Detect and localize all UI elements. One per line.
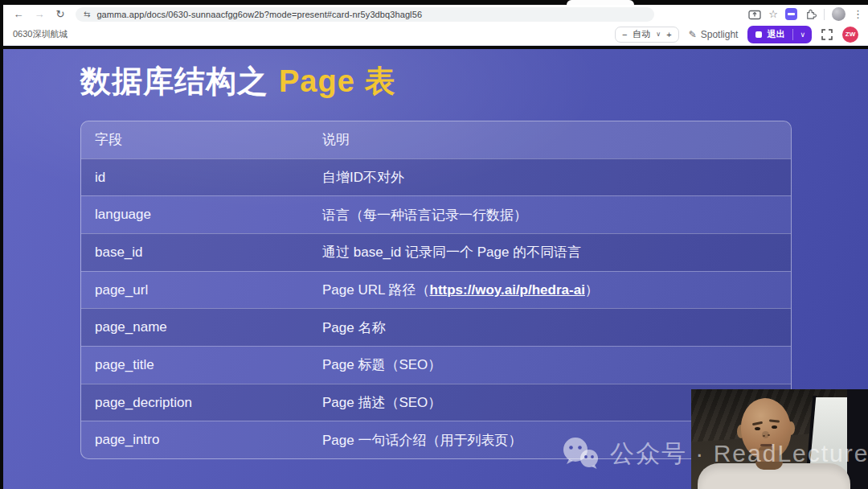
- browser-profile-avatar[interactable]: [832, 7, 845, 21]
- divider: [824, 9, 825, 20]
- browser-toolbar: ← → ↻ ⇆ gamma.app/docs/0630-sunnaacfgg6o…: [3, 5, 868, 23]
- extensions-puzzle-icon[interactable]: [805, 8, 817, 20]
- gamma-toolbar: 0630深圳航城 − 自动 ∨ + ✎ Spotlight 退出 ∨: [3, 23, 868, 46]
- field-cell: page_name: [81, 319, 322, 335]
- spotlight-button[interactable]: ✎ Spotlight: [689, 29, 739, 40]
- slide-title-highlight: Page 表: [279, 64, 395, 98]
- spotlight-pen-icon: ✎: [689, 29, 697, 40]
- site-settings-icon[interactable]: ⇆: [84, 10, 90, 18]
- table-row: page_decription Page 描述（SEO）: [81, 384, 791, 421]
- webcam-person: [772, 425, 777, 429]
- webcam-background: [847, 389, 868, 489]
- table-row: page_url Page URL 路径（https://woy.ai/p/he…: [81, 271, 791, 309]
- fields-table: 字段 说明 id 自增ID不对外 language 语言（每一种语言记录一行数据…: [80, 121, 792, 459]
- table-header-row: 字段 说明: [81, 121, 791, 158]
- slide-title-prefix: 数据库结构之: [80, 64, 268, 98]
- field-cell: id: [81, 170, 322, 186]
- table-row: page_intro Page 一句话介绍（用于列表页）: [81, 421, 791, 458]
- webcam-person: [755, 462, 783, 470]
- table-row: language 语言（每一种语言记录一行数据）: [81, 195, 791, 233]
- back-icon[interactable]: ←: [10, 8, 27, 20]
- table-row: page_name Page 名称: [81, 308, 791, 346]
- spotlight-label: Spotlight: [701, 29, 739, 40]
- desc-cell: 通过 base_id 记录同一个 Page 的不同语言: [322, 243, 791, 261]
- url-text: gamma.app/docs/0630-sunnaacfgg6ow2b?mode…: [96, 10, 422, 19]
- address-bar[interactable]: ⇆ gamma.app/docs/0630-sunnaacfgg6ow2b?mo…: [76, 7, 654, 22]
- stop-square-icon: [755, 31, 762, 38]
- slide-title: 数据库结构之Page 表: [80, 61, 395, 102]
- field-cell: base_id: [81, 244, 322, 261]
- purple-extension-icon[interactable]: [785, 8, 797, 20]
- zoom-in-button[interactable]: +: [666, 30, 671, 39]
- desc-text: Page URL 路径（: [322, 282, 430, 298]
- webcam-person: [768, 434, 770, 436]
- field-cell: language: [81, 207, 322, 223]
- desc-cell: 自增ID不对外: [322, 168, 791, 187]
- webcam-person: [763, 435, 765, 437]
- exit-chevron-icon[interactable]: ∨: [793, 31, 812, 39]
- zoom-level-label[interactable]: 自动: [633, 28, 650, 40]
- desc-cell: Page 名称: [322, 318, 791, 337]
- presentation-slide: 数据库结构之Page 表 字段 说明 id 自增ID不对外 language 语…: [3, 49, 868, 489]
- bookmark-star-icon[interactable]: ☆: [768, 9, 778, 19]
- user-avatar[interactable]: ZW: [842, 27, 858, 43]
- fullscreen-icon[interactable]: [821, 29, 833, 40]
- zoom-out-button[interactable]: −: [622, 30, 627, 39]
- field-cell: page_url: [81, 282, 322, 298]
- field-cell: page_intro: [81, 432, 322, 448]
- exit-present-button[interactable]: 退出 ∨: [747, 26, 812, 43]
- doc-title: 0630深圳航城: [13, 28, 68, 40]
- forward-icon[interactable]: →: [31, 8, 47, 20]
- desc-cell: Page URL 路径（https://woy.ai/p/hedra-ai）: [322, 281, 791, 299]
- webcam-overlay: [691, 389, 868, 489]
- zoom-chevron-icon[interactable]: ∨: [656, 31, 661, 38]
- webcam-person: [755, 427, 760, 430]
- desc-cell: 语言（每一种语言记录一行数据）: [322, 206, 791, 224]
- zoom-control: − 自动 ∨ +: [615, 27, 679, 43]
- share-screen-icon[interactable]: [748, 9, 761, 20]
- screen: ← → ↻ ⇆ gamma.app/docs/0630-sunnaacfgg6o…: [0, 0, 868, 489]
- page-url-link[interactable]: https://woy.ai/p/hedra-ai: [430, 282, 585, 298]
- desc-text: ）: [585, 282, 599, 298]
- header-field: 字段: [81, 130, 322, 149]
- table-row: base_id 通过 base_id 记录同一个 Page 的不同语言: [81, 233, 791, 271]
- table-row: page_title Page 标题（SEO）: [81, 346, 791, 384]
- field-cell: page_title: [81, 357, 322, 373]
- field-cell: page_decription: [81, 395, 322, 411]
- table-row: id 自增ID不对外: [81, 158, 791, 196]
- desc-cell: Page 标题（SEO）: [322, 355, 791, 374]
- menu-icon[interactable]: ⋮: [853, 9, 863, 19]
- header-desc: 说明: [322, 130, 791, 149]
- reload-icon[interactable]: ↻: [52, 8, 68, 20]
- exit-label: 退出: [767, 28, 784, 40]
